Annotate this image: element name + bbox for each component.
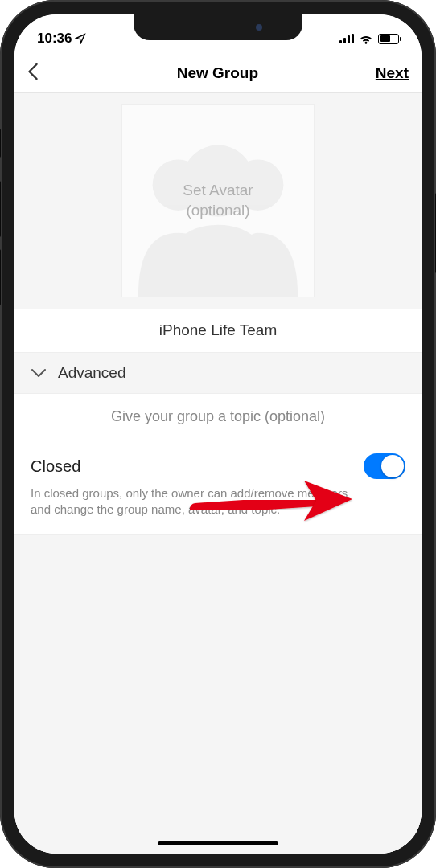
volume-up-button	[0, 181, 1, 237]
signal-icon	[339, 34, 354, 43]
closed-description: In closed groups, only the owner can add…	[31, 485, 405, 518]
location-icon	[75, 33, 86, 44]
next-button[interactable]: Next	[376, 64, 409, 82]
home-indicator[interactable]	[158, 841, 278, 845]
avatar-section[interactable]: Set Avatar (optional)	[14, 93, 422, 309]
avatar-label: Set Avatar (optional)	[183, 181, 253, 220]
empty-area	[14, 535, 422, 854]
advanced-label: Advanced	[58, 364, 126, 382]
nav-bar: New Group Next	[14, 53, 422, 93]
back-button[interactable]	[27, 60, 60, 86]
avatar-text-line2: (optional)	[183, 201, 253, 221]
chevron-left-icon	[27, 63, 39, 80]
avatar-text-line1: Set Avatar	[183, 181, 253, 201]
wifi-icon	[359, 33, 373, 44]
mute-switch	[0, 129, 1, 158]
advanced-toggle-row[interactable]: Advanced	[14, 353, 422, 394]
closed-toggle[interactable]	[364, 453, 405, 479]
status-icons	[339, 33, 399, 44]
closed-section: Closed In closed groups, only the owner …	[14, 440, 422, 535]
closed-label: Closed	[31, 457, 80, 476]
page-title: New Group	[177, 64, 258, 82]
time-label: 10:36	[37, 31, 72, 47]
toggle-knob	[381, 455, 404, 477]
topic-input[interactable]: Give your group a topic (optional)	[14, 394, 422, 440]
group-name-input[interactable]: iPhone Life Team	[14, 309, 422, 353]
chevron-down-icon	[31, 368, 47, 378]
screen: 10:36	[14, 14, 422, 854]
phone-frame: 10:36	[0, 0, 436, 868]
notch	[134, 14, 302, 40]
status-time: 10:36	[37, 31, 86, 47]
volume-down-button	[0, 249, 1, 305]
battery-icon	[378, 34, 399, 44]
avatar-placeholder: Set Avatar (optional)	[121, 104, 315, 297]
